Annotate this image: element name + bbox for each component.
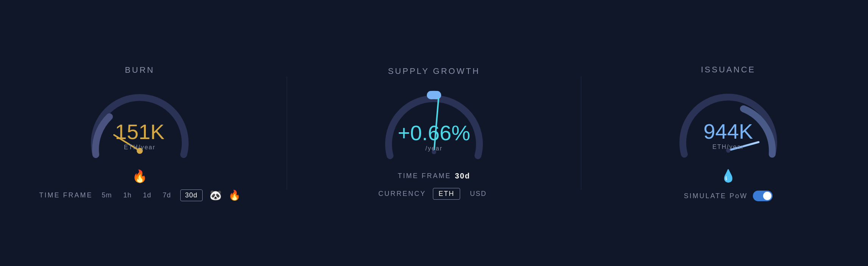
burn-controls: TIME FRAME 5m 1h 1d 7d 30d 🐼 🔥 xyxy=(39,189,240,201)
issuance-gauge: 944K ETH/year xyxy=(668,78,789,162)
divider-left xyxy=(287,76,287,190)
supply-growth-title: SUPPLY GROWTH xyxy=(388,66,480,76)
issuance-title: ISSUANCE xyxy=(701,65,756,75)
currency-eth[interactable]: ETH xyxy=(433,188,460,200)
supply-growth-panel: SUPPLY GROWTH +0.66% /year TIME FRAME 30… xyxy=(301,66,567,200)
issuance-value-container: 944K ETH/year xyxy=(704,121,753,150)
timeframe-30d[interactable]: 30d xyxy=(180,189,203,201)
timeframe-7d[interactable]: 7d xyxy=(161,190,173,201)
issuance-icon: 💧 xyxy=(721,169,736,183)
burn-unit: ETH/year xyxy=(115,144,165,151)
toggle-knob xyxy=(763,192,771,200)
timeframe-label: TIME FRAME xyxy=(39,191,92,199)
simulate-pow-controls: SIMULATE PoW xyxy=(684,191,773,201)
currency-label: CURRENCY xyxy=(378,190,426,198)
supply-unit: /year xyxy=(398,145,470,152)
issuance-panel: ISSUANCE 944K ETH/year 💧 SIMULATE PoW xyxy=(596,65,861,201)
currency-controls: CURRENCY ETH USD xyxy=(378,188,490,200)
simulate-pow-label: SIMULATE PoW xyxy=(684,192,748,200)
supply-number: +0.66% xyxy=(398,122,470,144)
burn-gauge: 151K ETH/year xyxy=(79,79,200,162)
burn-value-container: 151K ETH/year xyxy=(115,121,165,151)
issuance-unit: ETH/year xyxy=(704,144,753,150)
burn-panel: BURN 151K ETH/year 🔥 TIME FRAME 5m 1h 1d… xyxy=(7,65,272,201)
burn-title: BURN xyxy=(125,65,155,75)
burn-number: 151K xyxy=(115,121,165,142)
supply-timeframe: TIME FRAME 30d xyxy=(398,172,470,180)
supply-timeframe-label: TIME FRAME xyxy=(398,172,451,180)
issuance-number: 944K xyxy=(704,121,753,142)
timeframe-1h[interactable]: 1h xyxy=(121,190,134,201)
simulate-pow-toggle-container: SIMULATE PoW xyxy=(684,191,773,201)
merge-icon-button[interactable]: 🐼 xyxy=(209,189,222,201)
supply-gauge: +0.66% /year xyxy=(373,80,495,163)
timeframe-1d[interactable]: 1d xyxy=(141,190,153,201)
currency-usd[interactable]: USD xyxy=(467,188,490,199)
supply-value-container: +0.66% /year xyxy=(398,122,470,152)
timeframe-5m[interactable]: 5m xyxy=(99,190,114,201)
burn-icon: 🔥 xyxy=(132,169,147,183)
divider-right xyxy=(581,76,581,190)
fire-icon-button[interactable]: 🔥 xyxy=(228,189,240,201)
simulate-pow-toggle[interactable] xyxy=(753,191,773,201)
supply-timeframe-value: 30d xyxy=(455,172,470,180)
